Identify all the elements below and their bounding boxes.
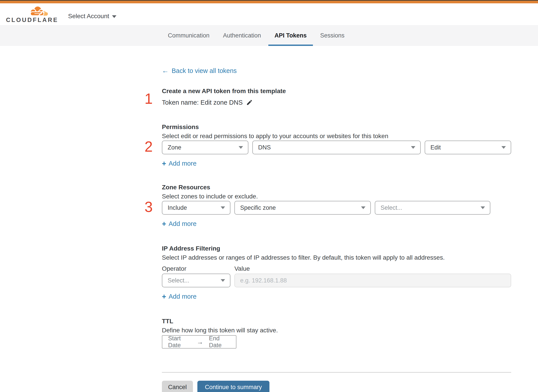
chevron-down-icon	[361, 206, 365, 209]
permissions-description: Select edit or read permissions to apply…	[162, 133, 511, 140]
permissions-heading: Permissions	[162, 123, 511, 131]
back-arrow-icon: ←	[162, 67, 169, 75]
ip-filtering-section: IP Address Filtering Select IP addresses…	[162, 245, 511, 300]
tab-api-tokens[interactable]: API Tokens	[274, 25, 307, 46]
cloudflare-wordmark: CLOUDFLARE	[6, 17, 50, 23]
select-value: DNS	[258, 144, 411, 151]
token-name-text: Token name: Edit zone DNS	[162, 98, 243, 107]
select-value: Include	[168, 205, 221, 211]
account-selector-label: Select Account	[68, 13, 109, 20]
page-title: Create a new API token from this templat…	[162, 87, 511, 95]
ip-filtering-row: Select...	[162, 274, 511, 287]
profile-tabbar: Communication Authentication API Tokens …	[0, 25, 538, 46]
ip-value-input[interactable]	[234, 274, 511, 287]
token-name-row: Token name: Edit zone DNS	[162, 98, 511, 107]
select-value: Zone	[168, 144, 239, 151]
zone-type-select[interactable]: Specific zone	[234, 201, 371, 215]
tab-authentication[interactable]: Authentication	[223, 25, 262, 46]
value-label: Value	[234, 265, 250, 272]
select-value: Specific zone	[240, 205, 361, 211]
ttl-section: TTL Define how long this token will stay…	[162, 317, 511, 349]
start-date-field[interactable]: Start Date	[168, 335, 191, 349]
back-link[interactable]: ← Back to view all tokens	[162, 67, 237, 75]
zone-resources-add-more-link[interactable]: + Add more	[162, 220, 196, 228]
ttl-heading: TTL	[162, 317, 511, 325]
chevron-down-icon	[221, 206, 225, 209]
cloudflare-api-token-page: CLOUDFLARE Select Account Communication …	[0, 0, 538, 392]
plus-icon: +	[162, 220, 166, 228]
zone-resources-heading: Zone Resources	[162, 184, 511, 191]
tab-communication[interactable]: Communication	[168, 25, 210, 46]
step-number-1: 1	[142, 91, 155, 106]
end-date-field[interactable]: End Date	[209, 335, 230, 349]
app-header: CLOUDFLARE Select Account	[0, 3, 538, 25]
ip-field-labels: Operator Value	[162, 265, 511, 272]
edit-pencil-icon[interactable]	[246, 99, 253, 106]
chevron-down-icon	[501, 146, 506, 149]
top-orange-accent-bar	[0, 1, 538, 3]
step-number-2: 2	[142, 139, 155, 154]
token-template-section: 1 Create a new API token from this templ…	[162, 87, 511, 107]
ip-filtering-heading: IP Address Filtering	[162, 245, 511, 252]
ttl-description: Define how long this token will stay act…	[162, 327, 511, 334]
select-placeholder: Select...	[381, 205, 481, 211]
select-placeholder: Select...	[168, 277, 221, 284]
cloudflare-logo[interactable]: CLOUDFLARE	[6, 5, 50, 23]
footer-buttons: Cancel Continue to summary	[162, 381, 511, 392]
ip-operator-select[interactable]: Select...	[162, 274, 230, 287]
ip-filtering-description: Select IP addresses or ranges of IP addr…	[162, 254, 511, 261]
permissions-add-more-link[interactable]: + Add more	[162, 160, 196, 167]
permission-group-select[interactable]: DNS	[252, 140, 421, 154]
zone-include-exclude-select[interactable]: Include	[162, 201, 230, 215]
chevron-down-icon	[481, 206, 485, 209]
zone-resources-section: 3 Zone Resources Select zones to include…	[162, 184, 511, 228]
step-number-3: 3	[142, 200, 155, 214]
continue-to-summary-button[interactable]: Continue to summary	[197, 381, 269, 392]
chevron-down-icon	[239, 146, 243, 149]
ttl-date-range-picker[interactable]: Start Date → End Date	[162, 335, 236, 349]
plus-icon: +	[162, 293, 166, 300]
cloudflare-cloud-icon	[28, 5, 50, 16]
ip-filtering-add-more-link[interactable]: + Add more	[162, 293, 196, 300]
arrow-right-icon: →	[197, 338, 203, 346]
footer-divider	[162, 372, 511, 373]
zone-picker-select[interactable]: Select...	[375, 201, 490, 215]
permission-scope-select[interactable]: Zone	[162, 140, 248, 154]
plus-icon: +	[162, 160, 166, 167]
zone-resources-select-row: Include Specific zone Select...	[162, 201, 511, 215]
add-more-label: Add more	[168, 160, 196, 167]
form-footer: Cancel Continue to summary	[162, 372, 511, 392]
account-selector-dropdown[interactable]: Select Account	[68, 13, 117, 20]
chevron-down-icon	[411, 146, 415, 149]
tab-sessions[interactable]: Sessions	[320, 25, 345, 46]
add-more-label: Add more	[168, 293, 196, 300]
permissions-section: 2 Permissions Select edit or read permis…	[162, 123, 511, 167]
select-value: Edit	[430, 144, 501, 151]
zone-resources-description: Select zones to include or exclude.	[162, 193, 511, 200]
add-more-label: Add more	[168, 220, 196, 228]
chevron-down-icon	[112, 15, 117, 18]
operator-label: Operator	[162, 265, 234, 272]
chevron-down-icon	[221, 279, 225, 282]
cancel-button[interactable]: Cancel	[162, 381, 193, 392]
main-content: ← Back to view all tokens 1 Create a new…	[162, 46, 511, 392]
back-link-label: Back to view all tokens	[172, 67, 237, 75]
permissions-select-row: Zone DNS Edit	[162, 140, 511, 154]
permission-level-select[interactable]: Edit	[425, 140, 511, 154]
